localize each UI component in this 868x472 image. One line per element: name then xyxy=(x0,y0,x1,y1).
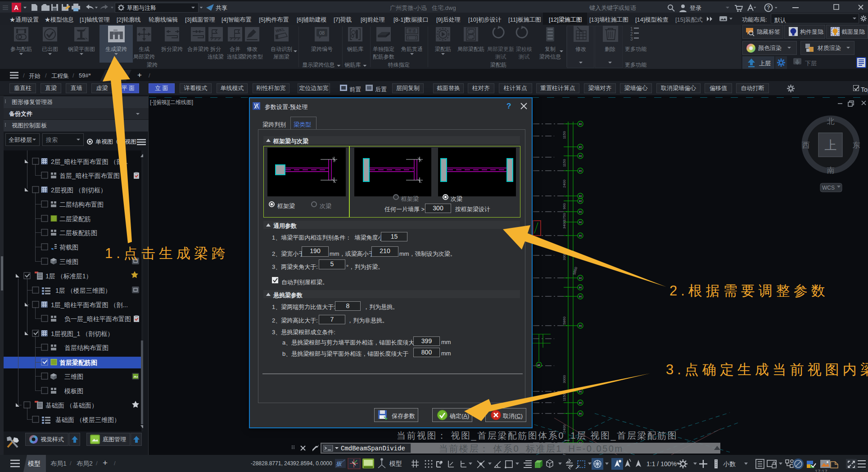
svg-text:H: H xyxy=(579,199,582,203)
svg-text:H: H xyxy=(579,234,582,238)
svg-text:H: H xyxy=(579,401,582,405)
svg-text:东: 东 xyxy=(853,141,860,150)
svg-text:2: 2 xyxy=(630,32,633,36)
svg-text:A: A xyxy=(14,4,18,11)
svg-text:1150: 1150 xyxy=(562,393,566,401)
svg-text:H: H xyxy=(579,210,582,214)
svg-text:?: ? xyxy=(767,5,770,11)
svg-text:小数: 小数 xyxy=(723,460,736,467)
svg-text:贯通: 贯通 xyxy=(408,29,416,33)
svg-text:H: H xyxy=(579,390,582,394)
svg-text:H: H xyxy=(579,122,582,126)
svg-text:模型: 模型 xyxy=(389,460,402,467)
svg-text:北: 北 xyxy=(827,117,835,126)
svg-text:H: H xyxy=(579,220,582,224)
svg-text:H: H xyxy=(538,363,540,367)
svg-text:1150: 1150 xyxy=(562,159,566,167)
svg-text:上: 上 xyxy=(825,139,837,152)
svg-text:2400: 2400 xyxy=(562,180,566,188)
svg-text:WCS: WCS xyxy=(822,185,835,191)
svg-text:1150: 1150 xyxy=(562,131,566,139)
svg-text:1750: 1750 xyxy=(562,213,566,221)
svg-text:08: 08 xyxy=(319,30,325,36)
svg-text:3300: 3300 xyxy=(562,252,566,260)
svg-text:H: H xyxy=(579,412,582,416)
svg-text:南: 南 xyxy=(827,166,835,175)
svg-text:H: H xyxy=(579,145,582,149)
svg-text:西: 西 xyxy=(802,141,810,150)
svg-text:3000: 3000 xyxy=(562,375,566,383)
svg-text:3: 3 xyxy=(630,36,633,41)
svg-text:960: 960 xyxy=(562,203,566,209)
svg-text:3400: 3400 xyxy=(562,221,566,229)
svg-text:5860: 5860 xyxy=(562,317,566,325)
svg-text:H: H xyxy=(579,295,582,299)
svg-text:1: 1 xyxy=(630,27,633,32)
svg-text:H: H xyxy=(579,324,582,328)
svg-text:H: H xyxy=(579,169,582,173)
svg-text:H: H xyxy=(579,194,582,198)
svg-text:H: H xyxy=(579,154,582,158)
svg-text:H: H xyxy=(579,276,582,280)
svg-text:1:1 / 100%: 1:1 / 100% xyxy=(646,460,677,467)
svg-text:H: H xyxy=(579,286,582,290)
